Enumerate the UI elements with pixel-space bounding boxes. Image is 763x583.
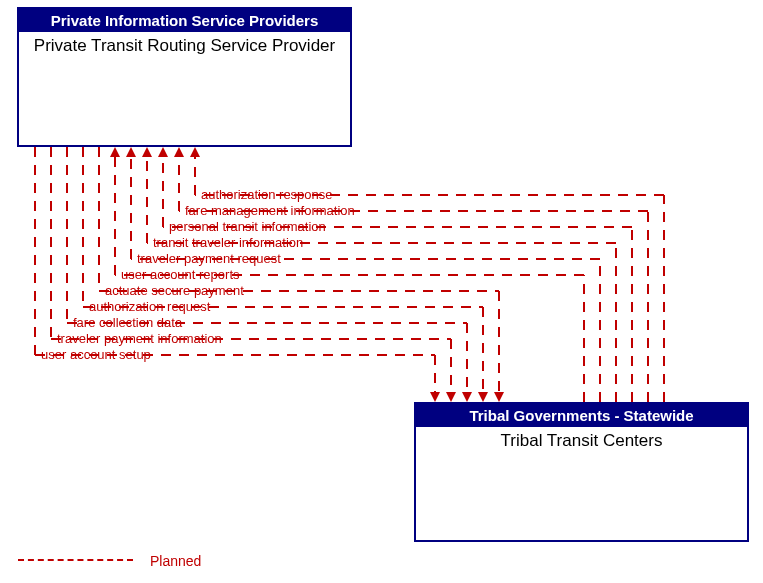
svg-marker-27 bbox=[126, 147, 136, 157]
svg-marker-31 bbox=[142, 147, 152, 157]
top-entity-header: Private Information Service Providers bbox=[19, 9, 350, 32]
flow-label: authorization request bbox=[89, 299, 210, 314]
bottom-entity-body: Tribal Transit Centers bbox=[416, 427, 747, 455]
legend-line bbox=[18, 559, 133, 561]
flow-label: user account setup bbox=[41, 347, 151, 362]
svg-marker-11 bbox=[462, 392, 472, 402]
svg-marker-43 bbox=[190, 147, 200, 157]
svg-marker-35 bbox=[158, 147, 168, 157]
svg-marker-39 bbox=[174, 147, 184, 157]
flow-label: traveler payment information bbox=[57, 331, 222, 346]
svg-marker-19 bbox=[494, 392, 504, 402]
flow-label: authorization response bbox=[201, 187, 333, 202]
flow-label: actuate secure payment bbox=[105, 283, 244, 298]
svg-marker-3 bbox=[430, 392, 440, 402]
bottom-entity-box: Tribal Governments - Statewide Tribal Tr… bbox=[414, 402, 749, 542]
flow-label: fare management information bbox=[185, 203, 355, 218]
svg-marker-7 bbox=[446, 392, 456, 402]
top-entity-box: Private Information Service Providers Pr… bbox=[17, 7, 352, 147]
flow-label: transit traveler information bbox=[153, 235, 303, 250]
flow-label: fare collection data bbox=[73, 315, 182, 330]
svg-marker-15 bbox=[478, 392, 488, 402]
legend-label: Planned bbox=[150, 553, 201, 569]
flow-label: traveler payment request bbox=[137, 251, 281, 266]
top-entity-body: Private Transit Routing Service Provider bbox=[19, 32, 350, 60]
svg-marker-23 bbox=[110, 147, 120, 157]
flow-label: user account reports bbox=[121, 267, 240, 282]
bottom-entity-header: Tribal Governments - Statewide bbox=[416, 404, 747, 427]
flow-label: personal transit information bbox=[169, 219, 326, 234]
